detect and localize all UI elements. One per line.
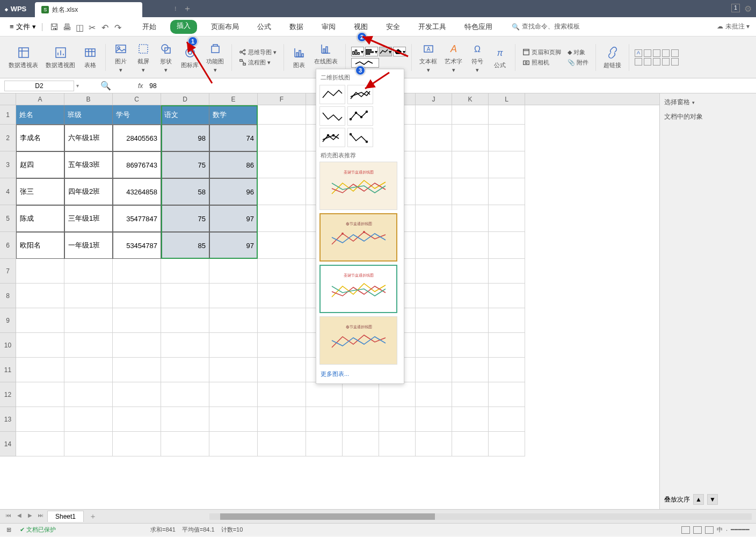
tab-view[interactable]: 视图 [350, 20, 372, 34]
pivot-chart-button[interactable]: 数据透视图 [43, 44, 77, 70]
attachment-button[interactable]: 📎 附件 [566, 58, 590, 67]
row-header[interactable]: 7 [0, 259, 16, 284]
recommended-chart-4[interactable]: 春节直通折线图 [319, 316, 397, 365]
horizontal-scrollbar[interactable] [209, 513, 752, 520]
cell[interactable] [258, 333, 306, 358]
row-header[interactable]: 4 [0, 178, 16, 205]
cell[interactable] [452, 125, 489, 151]
column-chart-icon[interactable]: ▾ [351, 47, 364, 56]
cell[interactable] [16, 382, 64, 407]
zoom-out-icon[interactable]: · [726, 527, 728, 533]
row-header[interactable]: 13 [0, 407, 16, 432]
sheet-nav-first[interactable]: ⏮ [4, 512, 13, 521]
cell[interactable]: 数学 [209, 105, 258, 125]
cell[interactable] [64, 358, 113, 382]
control-icon-8[interactable] [653, 58, 660, 66]
chart-button[interactable]: 图表 [289, 44, 309, 70]
cell[interactable] [16, 284, 64, 308]
cell[interactable] [416, 308, 452, 333]
icon-library-button[interactable]: 图标库 [179, 44, 201, 70]
layer-down-button[interactable]: ▼ [707, 494, 718, 505]
control-icon-4[interactable] [662, 49, 670, 57]
cell[interactable] [64, 382, 113, 407]
cell[interactable] [452, 205, 489, 232]
row-header[interactable]: 2 [0, 125, 16, 151]
row-header[interactable]: 10 [0, 333, 16, 358]
cell[interactable] [209, 259, 258, 284]
cell[interactable] [209, 382, 258, 407]
recommended-chart-3[interactable]: 圣诞节直通折线图 [319, 265, 397, 313]
sheet-nav-prev[interactable]: ◀ [15, 512, 24, 521]
cell[interactable] [161, 333, 209, 358]
more-charts-link[interactable]: 更多图表... [319, 368, 401, 380]
picture-button[interactable]: 图片▾ [111, 40, 130, 75]
control-icon-1[interactable]: A [635, 49, 642, 57]
line-chart-type-1[interactable] [319, 85, 345, 104]
cell[interactable] [209, 407, 258, 432]
cell[interactable] [258, 308, 306, 333]
cell[interactable] [64, 407, 113, 432]
cell[interactable] [16, 432, 64, 456]
cell[interactable]: 86976743 [113, 151, 161, 178]
header-footer-button[interactable]: 页眉和页脚 [521, 48, 563, 57]
cell[interactable] [489, 407, 525, 432]
magnify-icon[interactable]: 🔍 [100, 81, 111, 91]
cell[interactable]: 97 [209, 232, 258, 259]
cell[interactable] [452, 333, 489, 358]
cell[interactable]: 姓名 [16, 105, 64, 125]
cell[interactable] [258, 382, 306, 407]
cell[interactable] [416, 105, 452, 125]
cell[interactable] [452, 284, 489, 308]
file-menu[interactable]: ≡ 文件 ▾ [6, 20, 39, 34]
cell[interactable] [416, 232, 452, 259]
cell[interactable] [452, 382, 489, 407]
line-chart-type-4[interactable] [347, 106, 373, 126]
cell[interactable]: 学号 [113, 105, 161, 125]
cell[interactable]: 75 [161, 205, 209, 232]
cell[interactable] [489, 333, 525, 358]
cell[interactable] [64, 284, 113, 308]
cell[interactable] [16, 358, 64, 382]
cell[interactable] [161, 308, 209, 333]
view-pagelayout-icon[interactable] [705, 526, 714, 534]
cell[interactable] [258, 358, 306, 382]
cell[interactable]: 96 [209, 178, 258, 205]
cell[interactable] [161, 358, 209, 382]
cell[interactable] [416, 151, 452, 178]
cell[interactable] [113, 308, 161, 333]
tab-developer[interactable]: 开发工具 [414, 20, 450, 34]
cell[interactable] [258, 105, 306, 125]
tab-special[interactable]: 特色应用 [460, 20, 497, 34]
mindmap-button[interactable]: 思维导图▾ [237, 48, 278, 57]
cell[interactable] [209, 308, 258, 333]
cell[interactable] [306, 432, 343, 456]
bar-chart-icon[interactable]: ▾ [365, 47, 378, 56]
tab-formula[interactable]: 公式 [253, 20, 275, 34]
shape-button[interactable]: 形状▾ [156, 40, 176, 75]
cell[interactable] [452, 151, 489, 178]
cell[interactable] [343, 407, 379, 432]
cell[interactable] [343, 382, 379, 407]
cell[interactable] [258, 205, 306, 232]
cell[interactable] [452, 178, 489, 205]
cell[interactable] [113, 333, 161, 358]
layer-up-button[interactable]: ▲ [693, 494, 704, 505]
grid-icon[interactable]: ⊞ [6, 526, 11, 533]
redo-icon[interactable]: ↷ [114, 23, 123, 31]
cell[interactable] [258, 284, 306, 308]
undo-icon[interactable]: ↶ [101, 23, 110, 31]
cell[interactable] [258, 432, 306, 456]
cell[interactable]: 欧阳名 [16, 232, 64, 259]
cell[interactable] [416, 432, 452, 456]
cell[interactable] [64, 308, 113, 333]
sheet-tab-active[interactable]: Sheet1 [47, 511, 84, 522]
cell[interactable] [489, 358, 525, 382]
cell[interactable]: 张三 [16, 178, 64, 205]
hyperlink-button[interactable]: 超链接 [601, 44, 623, 70]
settings-icon[interactable]: ⚙ [744, 4, 752, 14]
zoom-slider[interactable]: ━━━━━ [731, 526, 750, 533]
cell[interactable] [489, 178, 525, 205]
column-header[interactable]: K [452, 93, 489, 105]
column-header[interactable]: C [113, 93, 161, 105]
new-tab-button[interactable]: ＋ [183, 3, 192, 14]
